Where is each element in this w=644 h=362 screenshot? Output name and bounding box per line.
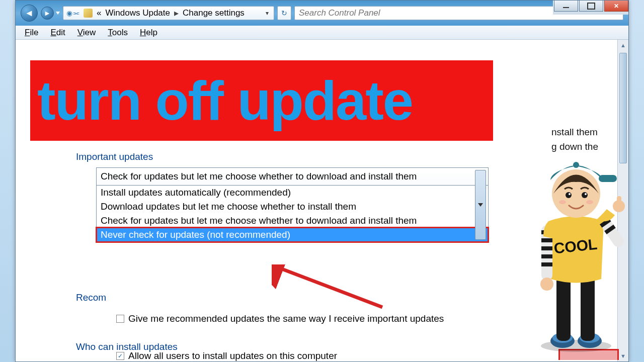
svg-point-15 — [540, 278, 553, 291]
chevron-right-icon: ▸ — [174, 8, 179, 19]
svg-rect-14 — [541, 262, 552, 266]
checkbox-icon[interactable] — [116, 315, 124, 323]
svg-rect-11 — [541, 238, 552, 242]
svg-point-23 — [573, 162, 579, 168]
important-updates-dropdown[interactable]: Check for updates but let me choose whet… — [96, 167, 489, 242]
checkbox-icon[interactable]: ✓ — [116, 352, 124, 360]
breadcrumb-dropdown-icon[interactable]: ▾ — [264, 10, 271, 17]
breadcrumb-loc1[interactable]: Windows Update — [105, 8, 170, 18]
dropdown-option[interactable]: Check for updates but let me choose whet… — [97, 214, 488, 228]
svg-rect-13 — [541, 254, 552, 258]
dropdown-arrow-icon[interactable] — [475, 170, 486, 240]
dropdown-list: Install updates automatically (recommend… — [97, 185, 488, 242]
back-button[interactable]: ◄ — [21, 5, 38, 22]
svg-point-28 — [559, 200, 566, 204]
banner-text: turn off update — [37, 73, 413, 128]
dropdown-selected: Check for updates but let me choose whet… — [97, 168, 488, 185]
svg-point-25 — [582, 192, 588, 198]
minimize-button[interactable] — [554, 1, 578, 12]
nav-bar: ◄ ► ◉⫘ « Windows Update ▸ Change setting… — [16, 1, 628, 26]
window-caption-buttons: ✕ — [553, 1, 628, 15]
svg-rect-12 — [541, 246, 552, 250]
svg-point-29 — [586, 200, 593, 204]
section-recommended-updates: Recom — [76, 292, 106, 303]
svg-point-24 — [566, 192, 572, 198]
dropdown-option[interactable]: Download updates but let me choose wheth… — [97, 200, 488, 214]
checkbox-all-users[interactable]: ✓ Allow all users to install updates on … — [116, 350, 337, 361]
svg-rect-22 — [599, 175, 617, 182]
svg-point-27 — [585, 193, 587, 195]
windows-update-icon — [84, 9, 93, 18]
cartoon-character: COOL — [518, 146, 629, 357]
checkbox-label: Give me recommended updates the same way… — [128, 313, 444, 324]
menu-tools[interactable]: Tools — [103, 27, 133, 39]
menu-edit[interactable]: Edit — [45, 27, 70, 39]
svg-point-26 — [569, 193, 571, 195]
nav-history-dropdown-icon[interactable] — [56, 12, 60, 15]
breadcrumb-loc2[interactable]: Change settings — [183, 8, 245, 18]
maximize-button[interactable] — [579, 1, 603, 12]
scroll-up-icon[interactable]: ▲ — [618, 40, 628, 51]
checkbox-label: Allow all users to install updates on th… — [128, 350, 337, 361]
breadcrumb[interactable]: ◉⫘ « Windows Update ▸ Change settings ▾ — [63, 6, 274, 20]
dropdown-option-never[interactable]: Never check for updates (not recommended… — [97, 228, 488, 242]
breadcrumb-back-chevron: « — [97, 8, 101, 18]
checkbox-recommended[interactable]: Give me recommended updates the same way… — [116, 313, 444, 324]
network-icon: ◉⫘ — [66, 9, 79, 17]
menu-help[interactable]: Help — [135, 27, 163, 39]
refresh-button[interactable]: ↻ — [277, 6, 291, 20]
forward-button[interactable]: ► — [41, 7, 54, 20]
overlay-banner: turn off update — [30, 60, 493, 141]
menu-view[interactable]: View — [72, 27, 101, 39]
menu-file[interactable]: File — [20, 27, 43, 39]
menubar: File Edit View Tools Help — [16, 26, 628, 40]
svg-rect-20 — [617, 196, 621, 206]
close-button[interactable]: ✕ — [604, 1, 628, 12]
dropdown-option[interactable]: Install updates automatically (recommend… — [97, 186, 488, 200]
